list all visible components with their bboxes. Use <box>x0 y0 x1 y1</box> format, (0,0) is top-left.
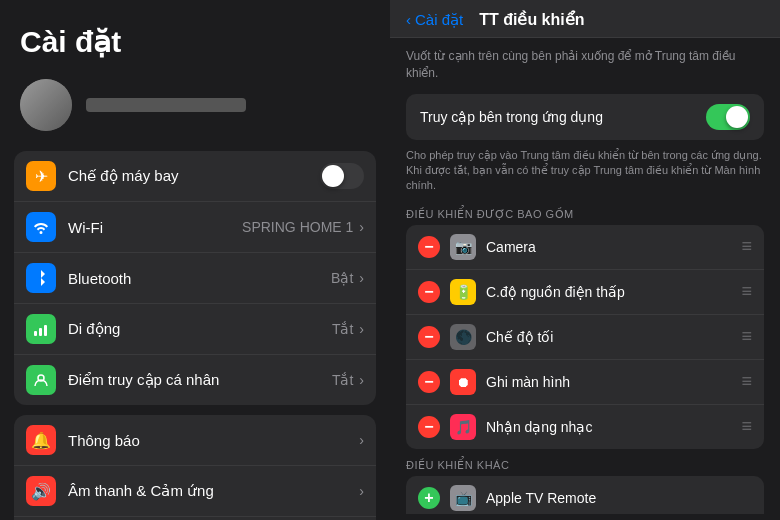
wifi-icon <box>26 212 56 242</box>
right-header: ‹ Cài đặt TT điều khiển <box>390 0 780 38</box>
settings-item-cellular[interactable]: Di động Tắt › <box>14 304 376 355</box>
screen-record-ctrl-icon: ⏺ <box>450 369 476 395</box>
camera-drag-handle[interactable]: ≡ <box>741 236 752 257</box>
airplane-label: Chế độ máy bay <box>68 167 320 185</box>
music-recognition-ctrl-label: Nhận dạng nhạc <box>486 419 741 435</box>
other-controls-list: + 📺 Apple TV Remote + ⏰ Báo thức + 📸 Bấm… <box>406 476 764 514</box>
remove-camera-button[interactable]: − <box>418 236 440 258</box>
right-panel: ‹ Cài đặt TT điều khiển Vuốt từ cạnh trê… <box>390 0 780 520</box>
remove-battery-button[interactable]: − <box>418 281 440 303</box>
dark-mode-ctrl-icon: 🌑 <box>450 324 476 350</box>
included-section-header: ĐIỀU KHIỂN ĐƯỢC BAO GỒM <box>406 208 764 221</box>
settings-item-bluetooth[interactable]: Bluetooth Bật › <box>14 253 376 304</box>
avatar-inner <box>20 79 72 131</box>
settings-item-wifi[interactable]: Wi-Fi SPRING HOME 1 › <box>14 202 376 253</box>
personal-hotspot-label: Điểm truy cập cá nhân <box>68 371 332 389</box>
svg-rect-2 <box>44 325 47 336</box>
control-item-camera[interactable]: − 📷 Camera ≡ <box>406 225 764 270</box>
personal-hotspot-chevron: › <box>359 372 364 388</box>
camera-ctrl-icon: 📷 <box>450 234 476 260</box>
camera-ctrl-label: Camera <box>486 239 741 255</box>
airplane-toggle[interactable] <box>320 163 364 189</box>
settings-item-sound[interactable]: 🔊 Âm thanh & Cảm ứng › <box>14 466 376 517</box>
settings-item-notifications[interactable]: 🔔 Thông báo › <box>14 415 376 466</box>
battery-ctrl-icon: 🔋 <box>450 279 476 305</box>
control-item-appletv[interactable]: + 📺 Apple TV Remote <box>406 476 764 514</box>
bluetooth-value: Bật <box>331 270 353 286</box>
settings-section-connectivity: ✈ Chế độ máy bay Wi-Fi SPRING HOME 1 › <box>14 151 376 405</box>
appletv-ctrl-label: Apple TV Remote <box>486 490 752 506</box>
svg-rect-1 <box>39 328 42 336</box>
cellular-value: Tắt <box>332 321 353 337</box>
personal-hotspot-value: Tắt <box>332 372 353 388</box>
wifi-value: SPRING HOME 1 <box>242 219 353 235</box>
access-toggle-knob <box>726 106 748 128</box>
svg-rect-0 <box>34 331 37 336</box>
bluetooth-chevron: › <box>359 270 364 286</box>
included-controls-list: − 📷 Camera ≡ − 🔋 C.độ nguồn điện thấp ≡ … <box>406 225 764 449</box>
back-chevron-icon: ‹ <box>406 11 411 28</box>
right-title: TT điều khiển <box>479 10 584 29</box>
battery-drag-handle[interactable]: ≡ <box>741 281 752 302</box>
appletv-ctrl-icon: 📺 <box>450 485 476 511</box>
right-content: Vuốt từ cạnh trên cùng bên phải xuống để… <box>390 38 780 514</box>
dark-mode-ctrl-label: Chế độ tối <box>486 329 741 345</box>
back-label: Cài đặt <box>415 11 463 29</box>
bluetooth-icon <box>26 263 56 293</box>
dark-mode-drag-handle[interactable]: ≡ <box>741 326 752 347</box>
other-section-header: ĐIỀU KHIỂN KHÁC <box>406 459 764 472</box>
cellular-label: Di động <box>68 320 332 338</box>
remove-dark-button[interactable]: − <box>418 326 440 348</box>
bottom-description: Cho phép truy cập vào Trung tâm điều khi… <box>406 148 764 194</box>
cellular-icon <box>26 314 56 344</box>
access-toggle[interactable] <box>706 104 750 130</box>
personal-hotspot-icon <box>26 365 56 395</box>
left-panel: Cài đặt ✈ Chế độ máy bay <box>0 0 390 520</box>
left-title: Cài đặt <box>20 24 370 59</box>
settings-item-personal-hotspot[interactable]: Điểm truy cập cá nhân Tắt › <box>14 355 376 405</box>
music-recognition-drag-handle[interactable]: ≡ <box>741 416 752 437</box>
control-item-battery[interactable]: − 🔋 C.độ nguồn điện thấp ≡ <box>406 270 764 315</box>
top-description: Vuốt từ cạnh trên cùng bên phải xuống để… <box>406 48 764 82</box>
left-header: Cài đặt <box>0 0 390 151</box>
settings-section-notifications: 🔔 Thông báo › 🔊 Âm thanh & Cảm ứng › 🌙 T… <box>14 415 376 520</box>
airplane-icon: ✈ <box>26 161 56 191</box>
sound-chevron: › <box>359 483 364 499</box>
add-appletv-button[interactable]: + <box>418 487 440 509</box>
battery-ctrl-label: C.độ nguồn điện thấp <box>486 284 741 300</box>
control-item-screen-record[interactable]: − ⏺ Ghi màn hình ≡ <box>406 360 764 405</box>
cellular-chevron: › <box>359 321 364 337</box>
remove-record-button[interactable]: − <box>418 371 440 393</box>
screen-record-drag-handle[interactable]: ≡ <box>741 371 752 392</box>
access-toggle-row[interactable]: Truy cập bên trong ứng dụng <box>406 94 764 140</box>
avatar[interactable] <box>20 79 72 131</box>
settings-item-airplane[interactable]: ✈ Chế độ máy bay <box>14 151 376 202</box>
wifi-label: Wi-Fi <box>68 219 242 236</box>
music-recognition-ctrl-icon: 🎵 <box>450 414 476 440</box>
profile-row[interactable] <box>20 73 370 141</box>
wifi-chevron: › <box>359 219 364 235</box>
profile-placeholder <box>86 98 246 112</box>
back-button[interactable]: ‹ Cài đặt <box>406 11 463 29</box>
notification-label: Thông báo <box>68 432 359 449</box>
sound-icon: 🔊 <box>26 476 56 506</box>
sound-label: Âm thanh & Cảm ứng <box>68 482 359 500</box>
notification-chevron: › <box>359 432 364 448</box>
remove-music-button[interactable]: − <box>418 416 440 438</box>
bluetooth-label: Bluetooth <box>68 270 331 287</box>
screen-record-ctrl-label: Ghi màn hình <box>486 374 741 390</box>
notification-icon: 🔔 <box>26 425 56 455</box>
airplane-toggle-knob <box>322 165 344 187</box>
access-toggle-label: Truy cập bên trong ứng dụng <box>420 109 706 125</box>
settings-list: ✈ Chế độ máy bay Wi-Fi SPRING HOME 1 › <box>0 151 390 520</box>
control-item-dark-mode[interactable]: − 🌑 Chế độ tối ≡ <box>406 315 764 360</box>
control-item-music-recognition[interactable]: − 🎵 Nhận dạng nhạc ≡ <box>406 405 764 449</box>
